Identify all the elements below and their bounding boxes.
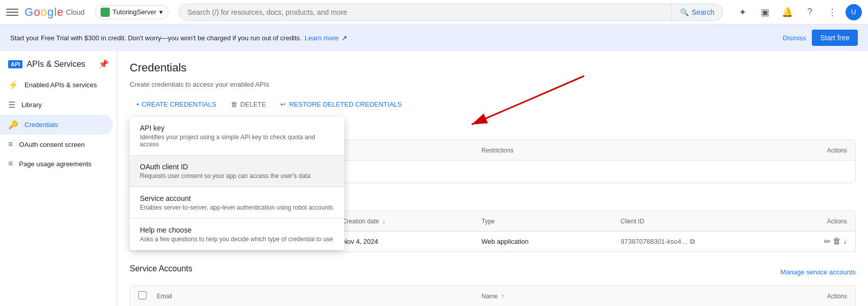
api-key-desc: Identifies your project using a simple A… xyxy=(140,134,334,148)
api-keys-col-actions: Actions xyxy=(806,147,847,154)
project-icon xyxy=(101,8,110,17)
service-accounts-section: Service Accounts Manage service accounts… xyxy=(130,264,856,306)
service-accounts-header: Service Accounts Manage service accounts xyxy=(130,264,856,279)
oauth-col-date: Creation date ↓ xyxy=(342,218,481,225)
topbar: Google Cloud TutoringServer ▾ 🔍 Search ✦… xyxy=(0,0,868,24)
sidebar-label-page-usage: Page usage agreements xyxy=(19,160,91,168)
terminal-icon-btn[interactable]: ▣ xyxy=(756,3,774,21)
sa-col-email: Email xyxy=(157,293,481,300)
sidebar-header: API APIs & Services 📌 xyxy=(0,55,117,75)
credentials-toolbar: + CREATE CREDENTIALS 🗑 DELETE ↩ RESTORE … xyxy=(130,96,856,112)
service-accounts-table-header: Email Name ↑ Actions xyxy=(130,286,855,306)
edit-icon[interactable]: ✏ xyxy=(824,237,831,246)
library-icon: ☰ xyxy=(8,100,15,110)
page-description: Create credentials to access your enable… xyxy=(130,81,856,88)
sa-sort-icon: ↑ xyxy=(501,293,504,300)
more-icon-btn[interactable]: ⋮ xyxy=(823,3,841,21)
chevron-down-icon: ▾ xyxy=(159,8,163,16)
download-icon[interactable]: ↓ xyxy=(843,237,847,246)
dismiss-button[interactable]: Dismiss xyxy=(783,34,806,42)
banner-actions: Dismiss Start free xyxy=(783,30,858,46)
api-badge: API xyxy=(8,60,22,68)
row-date: Nov 4, 2024 xyxy=(342,238,481,245)
service-account-title: Service account xyxy=(140,194,334,202)
oauth-client-title: OAuth client ID xyxy=(140,163,334,171)
hamburger-menu[interactable] xyxy=(6,6,18,18)
oauth-col-actions: Actions xyxy=(806,218,847,225)
delete-row-icon[interactable]: 🗑 xyxy=(833,237,841,246)
learn-more-link[interactable]: Learn more xyxy=(305,34,339,42)
delete-credentials-button[interactable]: 🗑 DELETE xyxy=(225,96,273,112)
sidebar-item-page-usage[interactable]: ≡ Page usage agreements xyxy=(0,154,113,173)
page-usage-icon: ≡ xyxy=(8,159,13,168)
sidebar-item-oauth[interactable]: ≡ OAuth consent screen xyxy=(0,135,113,154)
topbar-right: ✦ ▣ 🔔 ? ⋮ U xyxy=(733,3,862,21)
help-desc: Asks a few questions to help you decide … xyxy=(140,236,334,243)
sa-col-check xyxy=(138,291,157,301)
sidebar-label-enabled: Enabled APIs & services xyxy=(25,81,97,89)
client-id-text: 973870788301-kso4… xyxy=(621,238,690,245)
search-label: Search xyxy=(692,8,714,16)
dropdown-item-service-account[interactable]: Service account Enables server-to-server… xyxy=(130,187,344,218)
help-title: Help me choose xyxy=(140,226,334,234)
notification-icon-btn[interactable]: 🔔 xyxy=(778,3,797,21)
search-bar: 🔍 Search xyxy=(179,4,723,21)
delete-label: DELETE xyxy=(240,100,267,108)
enabled-icon: ⚡ xyxy=(8,80,18,90)
copy-icon[interactable]: ⧉ xyxy=(690,237,695,245)
dropdown-item-help[interactable]: Help me choose Asks a few questions to h… xyxy=(130,219,344,250)
main-layout: API APIs & Services 📌 ⚡ Enabled APIs & s… xyxy=(0,51,868,306)
search-input[interactable] xyxy=(179,4,671,20)
banner-message: Start your Free Trial with $300 in credi… xyxy=(10,34,302,42)
credentials-icon: 🔑 xyxy=(8,120,18,130)
create-credentials-button[interactable]: + CREATE CREDENTIALS xyxy=(130,96,223,112)
oauth-icon: ≡ xyxy=(8,140,13,149)
delete-icon: 🗑 xyxy=(231,100,237,108)
banner-text: Start your Free Trial with $300 in credi… xyxy=(10,34,347,42)
row-type: Web application xyxy=(481,238,621,245)
start-free-button[interactable]: Start free xyxy=(812,30,858,46)
sidebar-label-library: Library xyxy=(21,101,42,109)
restore-icon: ↩ xyxy=(280,100,286,108)
sidebar: API APIs & Services 📌 ⚡ Enabled APIs & s… xyxy=(0,51,117,306)
service-accounts-table: Email Name ↑ Actions No service accounts… xyxy=(130,286,856,306)
oauth-col-clientid: Client ID xyxy=(621,218,806,225)
page-title: Credentials xyxy=(130,61,856,74)
sidebar-item-credentials[interactable]: 🔑 Credentials xyxy=(0,115,113,135)
service-accounts-title: Service Accounts xyxy=(130,264,192,273)
sidebar-item-library[interactable]: ☰ Library xyxy=(0,95,113,115)
help-icon-btn[interactable]: ? xyxy=(801,3,819,21)
row-actions: ✏ 🗑 ↓ xyxy=(806,237,847,246)
main-content: Credentials Create credentials to access… xyxy=(117,51,868,306)
create-credentials-dropdown: API key Identifies your project using a … xyxy=(130,117,344,250)
search-button[interactable]: 🔍 Search xyxy=(671,4,722,20)
api-keys-col-restrictions: Restrictions xyxy=(481,147,806,154)
trial-banner: Start your Free Trial with $300 in credi… xyxy=(0,24,868,51)
oauth-client-desc: Requests user consent so your app can ac… xyxy=(140,172,334,180)
topbar-left: Google Cloud TutoringServer ▾ xyxy=(6,5,168,19)
project-selector[interactable]: TutoringServer ▾ xyxy=(95,5,169,19)
sidebar-title: APIs & Services xyxy=(27,60,85,69)
project-name: TutoringServer xyxy=(113,8,157,16)
sort-icon: ↓ xyxy=(382,218,385,225)
google-logo: Google Cloud xyxy=(25,6,85,19)
dropdown-item-oauth-client[interactable]: OAuth client ID Requests user consent so… xyxy=(130,156,344,187)
pin-icon: 📌 xyxy=(99,59,109,69)
oauth-col-type: Type xyxy=(481,218,621,225)
sparkle-icon-btn[interactable]: ✦ xyxy=(733,3,752,21)
sidebar-item-enabled[interactable]: ⚡ Enabled APIs & services xyxy=(0,75,113,95)
service-account-desc: Enables server-to-server, app-level auth… xyxy=(140,204,334,211)
restore-credentials-button[interactable]: ↩ RESTORE DELETED CREDENTIALS xyxy=(274,96,408,112)
sa-select-all[interactable] xyxy=(138,291,147,299)
avatar[interactable]: U xyxy=(846,4,862,20)
row-clientid: 973870788301-kso4… ⧉ xyxy=(621,237,806,246)
manage-service-accounts-link[interactable]: Manage service accounts xyxy=(781,268,856,276)
search-icon: 🔍 xyxy=(680,8,689,16)
external-link-icon: ↗ xyxy=(342,34,347,42)
api-key-title: API key xyxy=(140,124,334,132)
sidebar-label-credentials: Credentials xyxy=(25,121,58,129)
dropdown-item-api-key[interactable]: API key Identifies your project using a … xyxy=(130,117,344,155)
sidebar-label-oauth: OAuth consent screen xyxy=(19,141,85,148)
sa-col-name: Name ↑ xyxy=(481,293,806,300)
restore-label: RESTORE DELETED CREDENTIALS xyxy=(289,100,402,108)
